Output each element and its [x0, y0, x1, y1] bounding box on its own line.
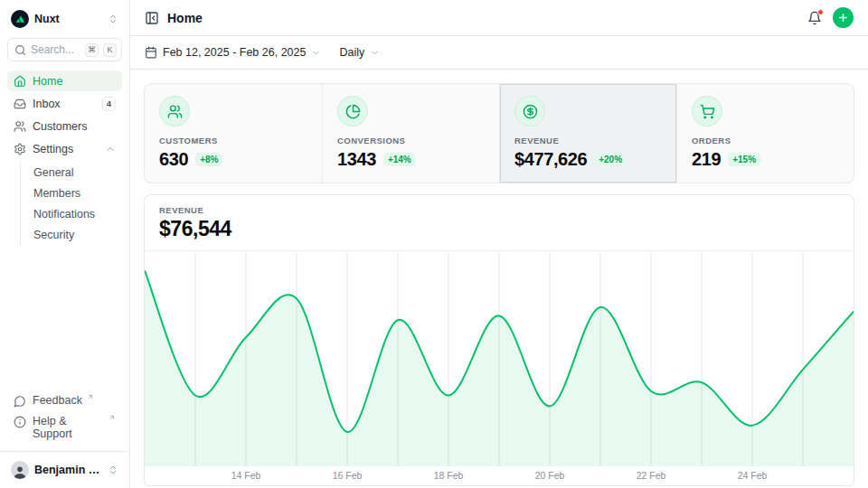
sidebar-item-inbox[interactable]: Inbox 4 — [7, 93, 122, 114]
sidebar-item-home[interactable]: Home — [7, 70, 122, 91]
x-axis-label: 20 Feb — [535, 470, 565, 481]
sidebar-item-label: Help & Support — [33, 415, 104, 440]
revenue-chart-card: REVENUE $76,544 14 Feb16 Feb18 Feb20 Feb… — [144, 194, 854, 486]
area-chart-svg — [145, 251, 854, 466]
interval-label: Daily — [339, 46, 364, 59]
sidebar-collapse-button[interactable] — [145, 11, 159, 25]
filter-toolbar: Feb 12, 2025 - Feb 26, 2025 Daily — [130, 36, 868, 70]
chart-header: REVENUE $76,544 — [145, 195, 854, 251]
revenue-chart — [145, 251, 854, 466]
sidebar-item-label: Feedback — [33, 394, 82, 407]
avatar — [11, 461, 29, 479]
sidebar-item-feedback[interactable]: Feedback — [7, 390, 122, 411]
sidebar-item-label: Inbox — [33, 98, 61, 110]
stat-card-orders[interactable]: ORDERS 219 +15% — [676, 84, 854, 183]
sidebar-item-label: Settings — [33, 143, 73, 155]
info-circle-icon — [14, 416, 26, 428]
circle-dollar-icon — [514, 96, 545, 127]
sidebar-item-settings[interactable]: Settings — [7, 138, 122, 159]
gear-icon — [14, 143, 26, 155]
chevron-down-icon — [311, 48, 321, 58]
kbd-cmd: ⌘ — [85, 43, 99, 57]
notifications-button[interactable] — [807, 11, 822, 25]
workspace-name: Nuxt — [34, 13, 60, 25]
user-menu[interactable]: Benjamin Canac — [7, 452, 122, 481]
stat-label: REVENUE — [514, 136, 662, 145]
stat-label: CUSTOMERS — [159, 136, 307, 145]
stat-card-conversions[interactable]: CONVERSIONS 1343 +14% — [322, 84, 499, 183]
stat-delta-badge: +8% — [195, 153, 222, 166]
users-icon — [159, 96, 190, 127]
topbar-actions — [807, 7, 854, 28]
add-button[interactable] — [833, 7, 854, 28]
sidebar-item-customers[interactable]: Customers — [7, 116, 122, 136]
top-header: Home — [130, 0, 868, 36]
external-link-icon — [87, 393, 94, 400]
sidebar-spacer — [7, 247, 122, 390]
x-axis-label: 18 Feb — [434, 470, 464, 481]
chart-value: $76,544 — [159, 217, 839, 241]
external-link-icon — [108, 414, 116, 421]
sidebar-item-label: Home — [33, 75, 62, 88]
x-axis-label: 24 Feb — [738, 470, 768, 481]
sidebar-item-members[interactable]: Members — [21, 183, 122, 203]
sidebar: Nuxt Search... ⌘ K Home — [0, 0, 130, 488]
sidebar-nav: Home Inbox 4 Customers Settings — [7, 70, 122, 247]
chevrons-up-down-icon — [108, 14, 118, 24]
calendar-icon — [145, 46, 157, 59]
stat-value: 1343 — [337, 149, 376, 170]
sidebar-item-help-support[interactable]: Help & Support — [7, 411, 122, 444]
stat-card-revenue[interactable]: REVENUE $477,626 +20% — [499, 84, 676, 183]
stats-row: CUSTOMERS 630 +8% CONVERSIONS 1343 +14% — [144, 83, 854, 183]
workspace-switcher[interactable]: Nuxt — [7, 7, 122, 31]
home-icon — [14, 75, 26, 88]
chevron-down-icon — [370, 48, 380, 58]
inbox-icon — [14, 98, 26, 110]
stat-delta-badge: +20% — [594, 153, 627, 166]
x-axis-label: 22 Feb — [637, 470, 666, 481]
stat-label: CONVERSIONS — [337, 136, 485, 145]
stat-label: ORDERS — [692, 136, 839, 145]
stat-value: 630 — [159, 149, 188, 170]
interval-select[interactable]: Daily — [339, 46, 380, 59]
kbd-k: K — [103, 43, 117, 57]
nuxt-logo-icon — [11, 10, 29, 28]
notification-dot — [817, 9, 824, 15]
sidebar-item-security[interactable]: Security — [21, 225, 122, 245]
inbox-count-badge: 4 — [102, 97, 116, 111]
page-title: Home — [167, 11, 203, 25]
sidebar-item-label: Customers — [33, 120, 87, 133]
stat-delta-badge: +14% — [383, 153, 416, 166]
search-input[interactable]: Search... ⌘ K — [7, 38, 122, 61]
shopping-cart-icon — [692, 96, 722, 127]
x-axis-label: 14 Feb — [231, 470, 261, 481]
stat-value: $477,626 — [514, 149, 587, 170]
chevrons-up-down-icon — [108, 465, 118, 475]
x-axis-label: 16 Feb — [333, 470, 363, 481]
date-range-label: Feb 12, 2025 - Feb 26, 2025 — [163, 46, 306, 59]
search-placeholder: Search... — [31, 43, 80, 56]
chevron-up-icon — [105, 144, 116, 155]
chart-label: REVENUE — [159, 205, 839, 215]
stat-card-customers[interactable]: CUSTOMERS 630 +8% — [145, 84, 322, 183]
search-icon — [14, 44, 26, 56]
pie-chart-icon — [337, 96, 368, 127]
message-circle-icon — [14, 395, 26, 408]
date-range-picker[interactable]: Feb 12, 2025 - Feb 26, 2025 — [145, 46, 321, 59]
app-root: Nuxt Search... ⌘ K Home — [0, 0, 868, 488]
sidebar-item-notifications[interactable]: Notifications — [21, 204, 122, 224]
settings-submenu: General Members Notifications Security — [20, 163, 122, 245]
x-axis: 14 Feb16 Feb18 Feb20 Feb22 Feb24 Feb — [145, 466, 854, 485]
main-area: Home Feb 12, 2025 - Feb 26, 2025 — [130, 0, 868, 488]
user-name: Benjamin Canac — [34, 464, 102, 476]
sidebar-item-general[interactable]: General — [21, 163, 122, 183]
users-icon — [14, 120, 26, 133]
page-content: CUSTOMERS 630 +8% CONVERSIONS 1343 +14% — [130, 70, 868, 488]
stat-value: 219 — [692, 149, 721, 170]
stat-delta-badge: +15% — [728, 153, 760, 166]
